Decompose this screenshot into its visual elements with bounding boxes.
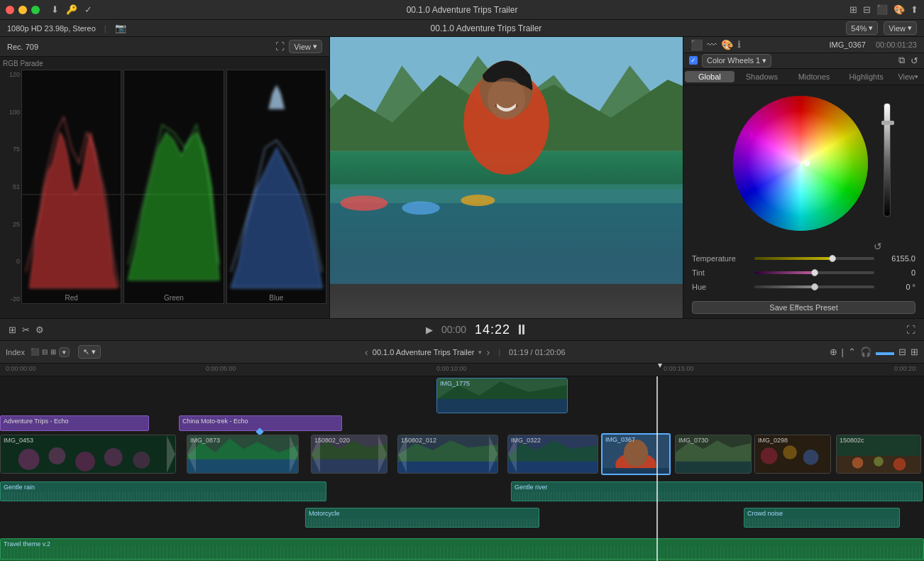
track-adventure-echo[interactable]: Adventure Trips - Echo xyxy=(0,415,149,431)
pause-button[interactable] xyxy=(519,325,524,334)
next-nav[interactable]: › xyxy=(486,347,490,358)
close-button[interactable] xyxy=(6,6,14,14)
detach-icon[interactable]: ⊟ xyxy=(898,347,906,357)
view-dropdown[interactable]: View ▾ xyxy=(884,21,917,35)
playback-controls[interactable]: ▶ 00:00 14:22 xyxy=(426,322,524,337)
playback-bar: ⊞ ✂ ⚙ ▶ 00:00 14:22 ⛶ xyxy=(0,318,924,341)
tint-slider[interactable] xyxy=(754,271,874,274)
track-gentle-river[interactable]: Gentle river xyxy=(511,481,923,501)
scope-view-dropdown[interactable]: View▾ xyxy=(289,40,322,53)
svg-point-13 xyxy=(488,78,526,120)
connection-icon[interactable]: ⌃ xyxy=(848,347,856,357)
tab-highlights[interactable]: Highlights xyxy=(842,71,891,82)
timeline-tracks[interactable]: IMG_1775 Adventure Trips - Echo China Mo… xyxy=(0,376,924,561)
svg-rect-42 xyxy=(676,462,751,473)
tool-icon[interactable]: ⚙ xyxy=(35,325,44,335)
track-china-echo-label: China Moto-trek - Echo xyxy=(180,416,341,426)
zoom-fit-icon[interactable]: ⊞ xyxy=(911,347,918,357)
luma-slider[interactable] xyxy=(884,103,891,217)
hue-slider[interactable] xyxy=(754,285,874,288)
scope-fullscreen-icon[interactable]: ⛶ xyxy=(275,41,285,52)
svg-rect-39 xyxy=(603,468,669,474)
svg-rect-16 xyxy=(437,399,567,413)
temperature-fill xyxy=(754,257,832,260)
clip-view-3[interactable]: ⊞ xyxy=(50,348,56,356)
clip-img0873[interactable]: IMG_0873 xyxy=(187,435,299,474)
wheel-center-dot[interactable] xyxy=(804,160,810,166)
color-balance-icon[interactable]: ▬▬ xyxy=(876,347,894,357)
track-travel-theme[interactable]: Travel theme v.2 xyxy=(0,538,924,560)
tab-global[interactable]: Global xyxy=(685,71,735,82)
timeline-area[interactable]: 0:00:00:00 0:00:05:00 0:00:10:00 0:00:15… xyxy=(0,364,924,561)
window-controls[interactable] xyxy=(6,6,40,14)
zoom-dropdown[interactable]: 54% ▾ xyxy=(846,21,878,35)
blade-icon[interactable]: | xyxy=(842,347,844,357)
trim-icon[interactable]: ✂ xyxy=(22,325,30,335)
check-icon[interactable]: ✓ xyxy=(84,4,92,15)
zoom-controls[interactable]: 54% ▾ View ▾ xyxy=(846,21,917,35)
play-button[interactable]: ▶ xyxy=(426,325,433,335)
clip-img0298[interactable]: IMG_0298 xyxy=(754,435,831,474)
minimize-button[interactable] xyxy=(18,6,27,14)
luma-thumb[interactable] xyxy=(881,121,894,125)
clip-img1775[interactable]: IMG_1775 xyxy=(436,378,568,413)
video-format: 1080p HD 23.98p, Stereo xyxy=(7,24,96,33)
clip-img0730[interactable]: IMG_0730 xyxy=(675,435,752,474)
share-icon[interactable]: ⬆ xyxy=(911,4,918,15)
tab-shadows[interactable]: Shadows xyxy=(737,71,787,82)
fullscreen-icon[interactable]: ⛶ xyxy=(906,325,915,335)
color-correction-dropdown[interactable]: Color Wheels 1▾ xyxy=(702,54,771,67)
audio-icon[interactable]: 🎧 xyxy=(860,347,871,357)
color-wheel[interactable] xyxy=(733,96,868,231)
tint-thumb[interactable] xyxy=(811,269,818,276)
add-clip-icon[interactable]: ⊕ xyxy=(830,347,837,357)
tab-view[interactable]: View▾ xyxy=(892,69,924,85)
clip-150802020[interactable]: 150802_020 xyxy=(311,435,387,474)
gentle-rain-waveform xyxy=(1,492,326,501)
timeline-tools[interactable]: ⊕ | ⌃ 🎧 ▬▬ ⊟ ⊞ xyxy=(830,347,918,357)
track-gentle-rain[interactable]: Gentle rain xyxy=(0,481,326,501)
clip-view-dropdown[interactable]: ▾ xyxy=(59,347,70,357)
view-grid-icon[interactable]: ⊞ xyxy=(849,4,857,15)
playback-right-tools[interactable]: ⛶ xyxy=(906,325,915,335)
svg-point-10 xyxy=(461,195,495,206)
copy-icon[interactable]: ⧉ xyxy=(898,55,905,66)
color-tabs[interactable]: Global Shadows Midtones Highlights View▾ xyxy=(683,69,924,85)
clip-150802c[interactable]: 150802c xyxy=(836,435,921,474)
maximize-button[interactable] xyxy=(31,6,40,14)
wheel-reset-btn[interactable]: ↺ xyxy=(874,241,882,252)
reset-icon[interactable]: ↺ xyxy=(911,55,918,66)
save-preset-button[interactable]: Save Effects Preset xyxy=(692,301,915,314)
track-motorcycle-label: Motorcycle xyxy=(306,508,539,518)
clip-img0453[interactable]: IMG_0453 xyxy=(0,435,176,474)
tab-midtones[interactable]: Midtones xyxy=(789,71,839,82)
temperature-slider[interactable] xyxy=(754,257,874,260)
color-icon[interactable]: 🎨 xyxy=(893,4,905,15)
library-icon[interactable]: ⊟ xyxy=(863,4,871,15)
correction-enabled[interactable]: ✓ xyxy=(689,56,698,65)
timeline-title-area: ‹ 00.1.0 Adventure Trips Trailer ▾ › | 0… xyxy=(365,347,565,358)
media-import-icon[interactable]: ⬇ xyxy=(51,4,59,15)
select-tool[interactable]: ↖ ▾ xyxy=(78,345,101,359)
playback-left-tools[interactable]: ⊞ ✂ ⚙ xyxy=(9,325,44,335)
clip-img0367-selected[interactable]: IMG_0367 xyxy=(601,433,671,475)
track-china-echo[interactable]: China Moto-trek - Echo xyxy=(179,415,342,431)
clip-view-2[interactable]: ⊟ xyxy=(42,348,48,356)
clip-view-1[interactable]: ⬛ xyxy=(31,348,39,356)
view-mode-icon[interactable]: ⊞ xyxy=(9,325,16,335)
color-wheel-container[interactable]: ↺ xyxy=(683,85,924,249)
dropdown-arrow[interactable]: ▾ xyxy=(478,349,482,356)
temperature-thumb[interactable] xyxy=(829,255,836,262)
key-icon[interactable]: 🔑 xyxy=(66,4,77,15)
clip-name: IMG_0367 xyxy=(830,40,866,49)
temperature-label: Temperature xyxy=(692,254,749,263)
track-crowd-noise[interactable]: Crowd noise xyxy=(744,508,900,528)
clip-img0322[interactable]: IMG_0322 xyxy=(507,435,598,474)
clip-icon[interactable]: ⬛ xyxy=(876,4,888,15)
color-wheel-wrapper[interactable]: ↺ xyxy=(733,96,875,238)
prev-nav[interactable]: ‹ xyxy=(365,347,368,358)
index-button[interactable]: Index xyxy=(6,348,25,356)
clip-150802012[interactable]: 150802_012 xyxy=(397,435,498,474)
track-motorcycle[interactable]: Motorcycle xyxy=(305,508,539,528)
hue-thumb[interactable] xyxy=(811,283,818,290)
